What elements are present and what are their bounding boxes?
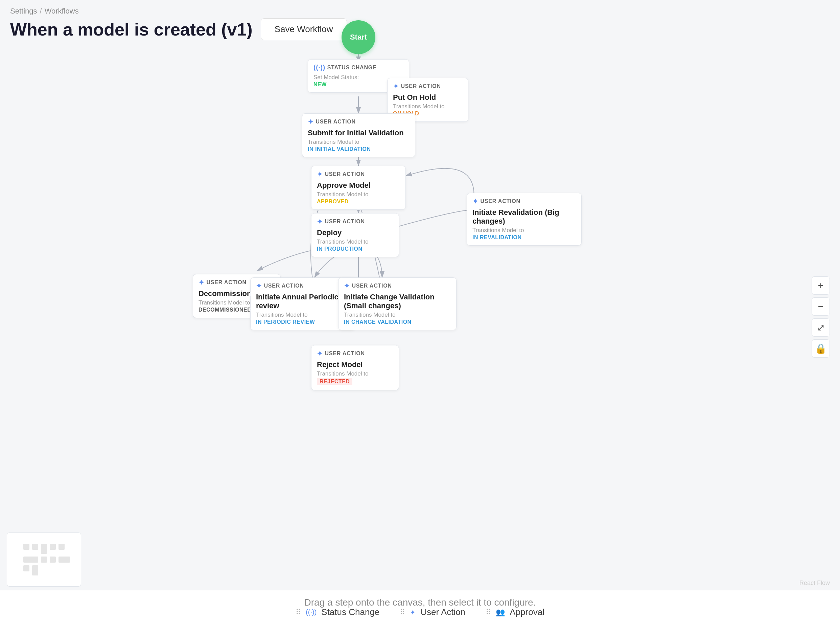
deploy-icon: ✦ bbox=[317, 218, 323, 226]
revalidation-sub: Transitions Model to bbox=[472, 227, 576, 234]
deploy-header: ✦ USER ACTION bbox=[311, 213, 399, 227]
toolbar-approval-label: Approval bbox=[510, 607, 545, 617]
deploy-name: Deploy bbox=[317, 228, 393, 237]
toolbar-status-change-label: Status Change bbox=[321, 607, 379, 617]
reject-name: Reject Model bbox=[317, 360, 393, 369]
drag-icon-user: ⠿ bbox=[400, 608, 405, 617]
status-change-icon-type: ((·)) bbox=[306, 608, 317, 616]
change-name: Initiate Change Validation (Small change… bbox=[344, 292, 451, 310]
annual-name: Initiate Annual Periodic review bbox=[256, 292, 349, 310]
approve-model-status: APPROVED bbox=[317, 199, 349, 204]
change-icon: ✦ bbox=[344, 282, 350, 290]
put-on-hold-sub: Transitions Model to bbox=[393, 103, 463, 110]
reject-model-node[interactable]: ✦ USER ACTION Reject Model Transitions M… bbox=[311, 345, 399, 391]
status-change-status: NEW bbox=[313, 82, 327, 87]
status-change-icon: ((·)) bbox=[313, 63, 325, 71]
toolbar-user-action-label: User Action bbox=[420, 607, 465, 617]
revalidation-type: USER ACTION bbox=[480, 198, 520, 204]
put-on-hold-icon: ✦ bbox=[393, 82, 399, 90]
minimap bbox=[7, 533, 81, 587]
initiate-change-node[interactable]: ✦ USER ACTION Initiate Change Validation… bbox=[338, 277, 456, 330]
decommission-icon: ✦ bbox=[199, 278, 205, 286]
breadcrumb-separator: / bbox=[40, 7, 42, 16]
submit-initial-name: Submit for Initial Validation bbox=[308, 128, 409, 138]
toolbar-approval[interactable]: ⠿ 👥 Approval bbox=[486, 607, 545, 617]
approve-model-name: Approve Model bbox=[317, 181, 400, 190]
breadcrumb-settings[interactable]: Settings bbox=[10, 7, 37, 16]
approve-model-icon: ✦ bbox=[317, 170, 323, 178]
toolbar-hint: Drag a step onto the canvas, then select… bbox=[304, 597, 536, 608]
decommission-status: DECOMMISSIONED bbox=[199, 307, 251, 313]
approval-icon-type: 👥 bbox=[496, 608, 505, 617]
deploy-node[interactable]: ✦ USER ACTION Deploy Transitions Model t… bbox=[311, 213, 399, 257]
submit-initial-status: IN INITIAL VALIDATION bbox=[308, 146, 371, 152]
revalidation-body: Initiate Revalidation (Big changes) Tran… bbox=[467, 207, 581, 245]
breadcrumb: Settings / Workflows bbox=[10, 7, 347, 16]
submit-initial-sub: Transitions Model to bbox=[308, 139, 409, 145]
reject-header: ✦ USER ACTION bbox=[311, 345, 399, 359]
reject-status: REJECTED bbox=[317, 378, 352, 385]
start-label: Start bbox=[350, 33, 367, 42]
page-title: When a model is created (v1) bbox=[10, 19, 253, 40]
breadcrumb-workflows[interactable]: Workflows bbox=[45, 7, 79, 16]
reject-icon: ✦ bbox=[317, 349, 323, 357]
approve-model-body: Approve Model Transitions Model to APPRO… bbox=[311, 180, 406, 209]
revalidation-name: Initiate Revalidation (Big changes) bbox=[472, 208, 576, 226]
change-body: Initiate Change Validation (Small change… bbox=[338, 291, 456, 330]
deploy-body: Deploy Transitions Model to IN PRODUCTIO… bbox=[311, 227, 399, 257]
reject-type: USER ACTION bbox=[325, 351, 365, 357]
zoom-controls: + − ⤢ 🔒 bbox=[812, 277, 830, 357]
submit-initial-icon: ✦ bbox=[308, 118, 314, 126]
put-on-hold-name: Put On Hold bbox=[393, 93, 463, 102]
change-type: USER ACTION bbox=[352, 283, 392, 289]
put-on-hold-header: ✦ USER ACTION bbox=[388, 78, 468, 92]
submit-initial-header: ✦ USER ACTION bbox=[302, 114, 415, 127]
approve-model-sub: Transitions Model to bbox=[317, 191, 400, 198]
toolbar-status-change[interactable]: ⠿ ((·)) Status Change bbox=[295, 607, 379, 617]
decommission-type: USER ACTION bbox=[207, 280, 246, 286]
approve-model-type: USER ACTION bbox=[325, 171, 365, 177]
put-on-hold-type: USER ACTION bbox=[401, 83, 441, 89]
fit-view-button[interactable]: ⤢ bbox=[812, 318, 830, 337]
submit-initial-node[interactable]: ✦ USER ACTION Submit for Initial Validat… bbox=[302, 113, 415, 157]
status-change-type: STATUS CHANGE bbox=[327, 65, 377, 71]
user-action-icon-type: ✦ bbox=[410, 608, 415, 617]
reject-sub: Transitions Model to bbox=[317, 370, 393, 377]
zoom-out-button[interactable]: − bbox=[812, 297, 830, 316]
submit-initial-body: Submit for Initial Validation Transition… bbox=[302, 127, 415, 157]
revalidation-status: IN REVALIDATION bbox=[472, 234, 522, 240]
drag-icon-approval: ⠿ bbox=[486, 608, 491, 617]
page-title-row: When a model is created (v1) Save Workfl… bbox=[10, 18, 347, 40]
react-flow-watermark: React Flow bbox=[799, 580, 830, 587]
bottom-toolbar: Drag a step onto the canvas, then select… bbox=[0, 590, 840, 634]
status-change-header: ((·)) STATUS CHANGE bbox=[308, 60, 409, 73]
deploy-status: IN PRODUCTION bbox=[317, 246, 363, 252]
initiate-revalidation-node[interactable]: ✦ USER ACTION Initiate Revalidation (Big… bbox=[467, 193, 582, 246]
revalidation-icon: ✦ bbox=[472, 197, 478, 206]
annual-icon: ✦ bbox=[256, 282, 262, 290]
reject-body: Reject Model Transitions Model to REJECT… bbox=[311, 359, 399, 390]
submit-initial-type: USER ACTION bbox=[316, 119, 356, 125]
save-workflow-button[interactable]: Save Workflow bbox=[261, 18, 347, 40]
change-status: IN CHANGE VALIDATION bbox=[344, 319, 412, 325]
approve-model-header: ✦ USER ACTION bbox=[311, 166, 406, 180]
start-node[interactable]: Start bbox=[341, 20, 375, 54]
deploy-type: USER ACTION bbox=[325, 218, 365, 225]
toolbar-user-action[interactable]: ⠿ ✦ User Action bbox=[400, 607, 465, 617]
revalidation-header: ✦ USER ACTION bbox=[467, 193, 581, 207]
annual-sub: Transitions Model to bbox=[256, 311, 349, 318]
zoom-in-button[interactable]: + bbox=[812, 277, 830, 295]
drag-icon-status: ⠿ bbox=[295, 608, 301, 617]
change-header: ✦ USER ACTION bbox=[338, 278, 456, 291]
annual-status: IN PERIODIC REVIEW bbox=[256, 319, 315, 325]
change-sub: Transitions Model to bbox=[344, 311, 451, 318]
header: Settings / Workflows When a model is cre… bbox=[10, 7, 347, 40]
annual-type: USER ACTION bbox=[264, 283, 304, 289]
lock-button[interactable]: 🔒 bbox=[812, 339, 830, 357]
approve-model-node[interactable]: ✦ USER ACTION Approve Model Transitions … bbox=[311, 166, 406, 210]
deploy-sub: Transitions Model to bbox=[317, 239, 393, 245]
